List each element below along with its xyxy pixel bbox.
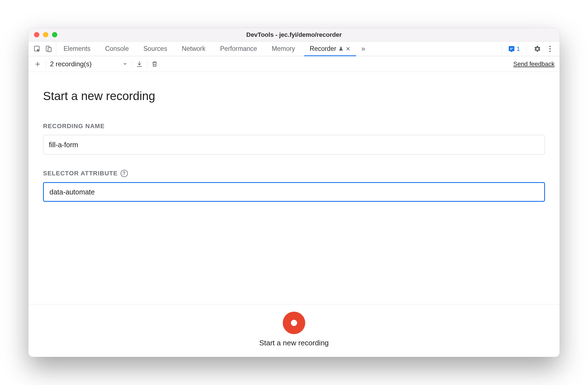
tabstrip: Elements Console Sources Network Perform… xyxy=(28,42,560,56)
tab-performance[interactable]: Performance xyxy=(213,42,264,56)
tabstrip-left xyxy=(28,42,56,56)
tab-recorder[interactable]: Recorder ✕ xyxy=(302,42,358,56)
start-recording-button[interactable] xyxy=(283,312,305,334)
svg-point-4 xyxy=(549,46,551,47)
record-icon xyxy=(291,320,297,326)
tab-elements[interactable]: Elements xyxy=(56,42,98,56)
settings-button[interactable] xyxy=(530,45,544,53)
tab-memory[interactable]: Memory xyxy=(264,42,302,56)
more-menu-button[interactable] xyxy=(546,45,555,53)
close-tab-icon[interactable]: ✕ xyxy=(346,46,350,52)
device-toolbar-icon[interactable] xyxy=(45,45,52,53)
selector-attribute-field: SELECTOR ATTRIBUTE ? xyxy=(43,170,545,202)
minimize-window-button[interactable] xyxy=(43,32,48,37)
help-icon[interactable]: ? xyxy=(121,170,128,177)
tabs: Elements Console Sources Network Perform… xyxy=(56,42,369,56)
titlebar: DevTools - jec.fyi/demo/recorder xyxy=(28,28,560,42)
svg-point-6 xyxy=(549,51,551,52)
tab-network[interactable]: Network xyxy=(175,42,213,56)
download-icon xyxy=(136,60,143,68)
new-recording-button[interactable]: ＋ xyxy=(33,58,42,70)
inspect-element-icon[interactable] xyxy=(33,45,41,53)
maximize-window-button[interactable] xyxy=(52,32,57,37)
recording-select-label: 2 recording(s) xyxy=(50,60,92,68)
close-window-button[interactable] xyxy=(34,32,39,37)
selector-attribute-input[interactable] xyxy=(43,182,545,202)
traffic-lights xyxy=(34,32,57,37)
kebab-icon xyxy=(549,45,551,53)
tab-sources[interactable]: Sources xyxy=(136,42,174,56)
recording-select[interactable]: 2 recording(s) xyxy=(50,60,128,68)
gear-icon xyxy=(534,45,541,53)
recording-name-label: RECORDING NAME xyxy=(43,123,545,130)
export-button[interactable] xyxy=(136,60,143,68)
issues-icon xyxy=(508,46,515,52)
window-title: DevTools - jec.fyi/demo/recorder xyxy=(28,31,560,38)
tab-console[interactable]: Console xyxy=(98,42,136,56)
issues-button[interactable]: 1 xyxy=(506,45,522,53)
start-recording-label: Start a new recording xyxy=(259,339,329,347)
chevron-down-icon xyxy=(123,60,128,68)
footer: Start a new recording xyxy=(28,304,560,357)
recorder-toolbar: ＋ 2 recording(s) Send feedback xyxy=(28,56,560,72)
svg-point-5 xyxy=(549,48,551,49)
svg-rect-2 xyxy=(48,47,51,52)
page-title: Start a new recording xyxy=(43,89,545,103)
selector-attribute-label: SELECTOR ATTRIBUTE ? xyxy=(43,170,545,177)
tabstrip-right: 1 xyxy=(499,42,557,56)
recording-name-input[interactable] xyxy=(43,135,545,155)
devtools-window: DevTools - jec.fyi/demo/recorder Element… xyxy=(28,28,560,357)
send-feedback-link[interactable]: Send feedback xyxy=(513,60,555,67)
recorder-content: Start a new recording RECORDING NAME SEL… xyxy=(28,72,560,304)
delete-button[interactable] xyxy=(151,60,158,68)
issues-count: 1 xyxy=(517,45,520,53)
trash-icon xyxy=(151,60,158,68)
recording-name-field: RECORDING NAME xyxy=(43,123,545,155)
more-tabs-button[interactable]: » xyxy=(358,42,368,56)
experiment-icon xyxy=(338,46,343,52)
